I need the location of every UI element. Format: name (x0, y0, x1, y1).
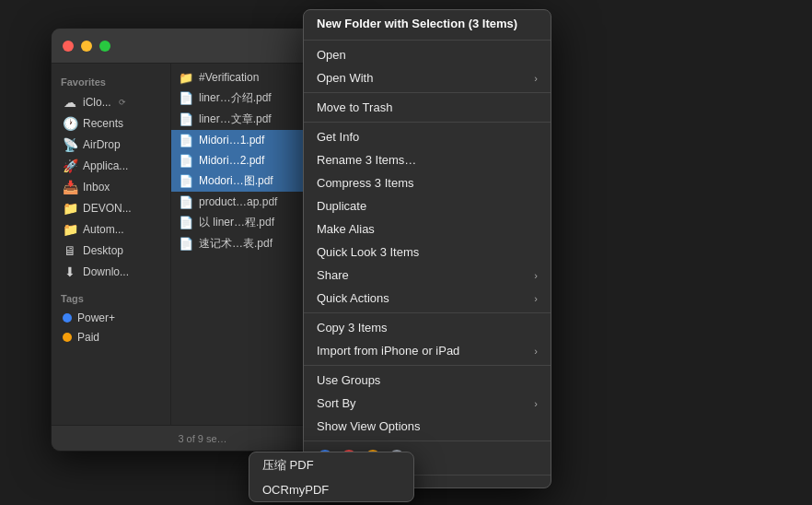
menu-item-label: Quick Actions (317, 291, 534, 305)
sidebar-item-downloads[interactable]: ⬇ Downlo... (55, 262, 167, 282)
menu-item-label: New Folder with Selection (3 Items) (317, 17, 538, 30)
sidebar-item-inbox[interactable]: 📥 Inbox (55, 177, 167, 197)
sidebar-item-power[interactable]: Power+ (55, 309, 167, 327)
menu-separator (304, 365, 551, 366)
sidebar-inbox-label: Inbox (83, 181, 110, 194)
menu-item-label: Move to Trash (317, 100, 538, 114)
sidebar: Favorites ☁ iClo... ⟳ 🕐 Recents 📡 AirDro… (52, 64, 171, 425)
menu-separator (304, 122, 551, 123)
tags-label: Tags (52, 289, 170, 308)
menu-separator (304, 440, 551, 441)
menu-item-open[interactable]: Open (304, 43, 551, 66)
downloads-icon: ⬇ (63, 264, 77, 279)
pdf-icon: 📄 (179, 133, 193, 147)
submenu-arrow-icon: › (534, 398, 538, 409)
menu-item-share[interactable]: Share › (304, 264, 551, 287)
menu-item-move-trash[interactable]: Move to Trash (304, 96, 551, 119)
status-text: 3 of 9 se… (178, 433, 226, 444)
menu-item-show-view[interactable]: Show View Options (304, 415, 551, 438)
sidebar-power-label: Power+ (77, 311, 115, 324)
quick-actions-submenu: 压缩 PDF OCRmyPDF (249, 452, 414, 502)
icloud-sync-icon: ⟳ (119, 98, 126, 107)
menu-item-label: Use Groups (317, 373, 538, 387)
menu-item-quick-actions[interactable]: Quick Actions › (304, 287, 551, 310)
menu-item-rename[interactable]: Rename 3 Items… (304, 148, 551, 171)
menu-item-label: OCRmyPDF (262, 483, 400, 497)
tags-section: Tags Power+ Paid (52, 289, 170, 346)
menu-item-copy[interactable]: Copy 3 Items (304, 316, 551, 339)
minimize-button[interactable] (81, 41, 92, 52)
folder-icon: 📁 (179, 70, 193, 85)
sidebar-item-applications[interactable]: 🚀 Applica... (55, 156, 167, 176)
sidebar-autom-label: Autom... (83, 223, 124, 236)
maximize-button[interactable] (99, 41, 110, 52)
menu-item-label: Open With (317, 71, 534, 85)
airdrop-icon: 📡 (63, 137, 77, 152)
recents-icon: 🕐 (63, 116, 77, 131)
sidebar-devon-label: DEVON... (83, 202, 132, 215)
sidebar-item-paid[interactable]: Paid (55, 328, 167, 346)
menu-item-label: Show View Options (317, 419, 538, 433)
sidebar-item-autom[interactable]: 📁 Autom... (55, 219, 167, 240)
menu-item-open-with[interactable]: Open With › (304, 66, 551, 89)
menu-separator (304, 312, 551, 313)
menu-item-compress-pdf[interactable]: 压缩 PDF (249, 452, 413, 478)
menu-item-label: Get Info (317, 130, 538, 144)
sidebar-icloud-label: iClo... (83, 96, 111, 109)
menu-item-label: 压缩 PDF (262, 457, 400, 474)
pdf-icon: 📄 (179, 237, 193, 252)
sidebar-desktop-label: Desktop (83, 244, 123, 257)
pdf-icon: 📄 (179, 174, 193, 189)
menu-item-sort-by[interactable]: Sort By › (304, 392, 551, 415)
menu-item-label: Compress 3 Items (317, 176, 538, 190)
power-tag-dot (63, 313, 72, 323)
menu-item-label: Sort By (317, 396, 534, 410)
menu-item-ocrmypdf[interactable]: OCRmyPDF (249, 478, 413, 501)
pdf-icon: 📄 (179, 216, 193, 230)
sidebar-airdrop-label: AirDrop (83, 138, 121, 151)
autom-icon: 📁 (63, 222, 77, 237)
devon-icon: 📁 (63, 201, 77, 216)
desktop-icon: 🖥 (63, 243, 77, 258)
sidebar-item-desktop[interactable]: 🖥 Desktop (55, 241, 167, 261)
sidebar-item-recents[interactable]: 🕐 Recents (55, 113, 167, 134)
sidebar-item-devon[interactable]: 📁 DEVON... (55, 198, 167, 218)
context-menu: New Folder with Selection (3 Items) Open… (303, 9, 551, 488)
favorites-label: Favorites (52, 73, 170, 91)
submenu-arrow-icon: › (534, 73, 538, 84)
menu-item-label: Quick Look 3 Items (317, 245, 538, 259)
menu-item-label: Rename 3 Items… (317, 153, 538, 167)
applications-icon: 🚀 (63, 159, 77, 173)
submenu-arrow-icon: › (534, 270, 538, 281)
close-button[interactable] (63, 41, 74, 52)
menu-item-label: Copy 3 Items (317, 321, 538, 335)
menu-item-make-alias[interactable]: Make Alias (304, 217, 551, 241)
menu-item-use-groups[interactable]: Use Groups (304, 369, 551, 392)
menu-item-label: Import from iPhone or iPad (317, 344, 534, 358)
menu-item-import[interactable]: Import from iPhone or iPad › (304, 339, 551, 362)
pdf-icon: 📄 (179, 194, 193, 209)
menu-item-label: Open (317, 48, 538, 62)
paid-tag-dot (63, 333, 72, 342)
menu-item-label: Share (317, 268, 534, 282)
sidebar-item-icloud[interactable]: ☁ iClo... ⟳ (55, 92, 167, 112)
sidebar-applications-label: Applica... (83, 159, 128, 172)
submenu-arrow-icon: › (534, 346, 538, 357)
menu-item-new-folder[interactable]: New Folder with Selection (3 Items) (304, 10, 551, 37)
inbox-icon: 📥 (63, 180, 77, 194)
sidebar-recents-label: Recents (83, 117, 123, 130)
sidebar-paid-label: Paid (77, 331, 99, 344)
menu-separator (304, 40, 551, 41)
menu-item-duplicate[interactable]: Duplicate (304, 194, 551, 217)
menu-separator (304, 92, 551, 93)
sidebar-downloads-label: Downlo... (83, 265, 129, 278)
submenu-arrow-icon: › (534, 293, 538, 304)
menu-item-get-info[interactable]: Get Info (304, 125, 551, 148)
menu-item-quick-look[interactable]: Quick Look 3 Items (304, 241, 551, 264)
pdf-icon: 📄 (179, 153, 193, 168)
menu-item-label: Duplicate (317, 199, 538, 213)
menu-item-compress[interactable]: Compress 3 Items (304, 171, 551, 194)
icloud-icon: ☁ (63, 95, 77, 110)
sidebar-item-airdrop[interactable]: 📡 AirDrop (55, 135, 167, 155)
menu-item-label: Make Alias (317, 222, 538, 236)
